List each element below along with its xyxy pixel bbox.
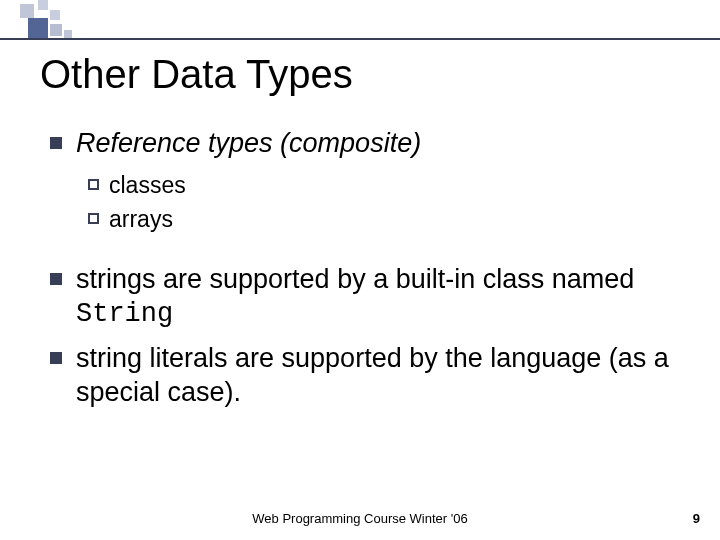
- bullet-text: strings are supported by a built-in clas…: [76, 263, 690, 333]
- slide-body: Other Data Types Reference types (compos…: [40, 52, 690, 500]
- square-bullet-icon: [50, 352, 62, 364]
- square-bullet-icon: [50, 137, 62, 149]
- footer-course: Web Programming Course Winter '06: [0, 511, 720, 526]
- deco-square: [64, 30, 72, 38]
- bullet-reference-types: Reference types (composite): [50, 127, 690, 161]
- hollow-square-icon: [88, 179, 99, 190]
- bullet-text: Reference types (composite): [76, 127, 421, 161]
- hollow-square-icon: [88, 213, 99, 224]
- corner-decoration: [0, 0, 720, 42]
- bullet-strings-builtin: strings are supported by a built-in clas…: [50, 263, 690, 333]
- subbullet-text: arrays: [109, 205, 173, 235]
- bullet-text: string literals are supported by the lan…: [76, 342, 690, 410]
- top-rule: [0, 38, 720, 40]
- square-bullet-icon: [50, 273, 62, 285]
- subbullet-arrays: arrays: [88, 205, 690, 235]
- text-fragment: strings are supported by a built-in clas…: [76, 264, 634, 294]
- subbullet-classes: classes: [88, 171, 690, 201]
- footer-page-number: 9: [693, 511, 700, 526]
- code-literal: String: [76, 299, 173, 329]
- deco-square: [20, 4, 34, 18]
- deco-square: [50, 10, 60, 20]
- slide-title: Other Data Types: [40, 52, 690, 97]
- deco-square: [28, 18, 48, 38]
- deco-square: [50, 24, 62, 36]
- bullet-string-literals: string literals are supported by the lan…: [50, 342, 690, 410]
- subbullet-text: classes: [109, 171, 186, 201]
- deco-square: [38, 0, 48, 10]
